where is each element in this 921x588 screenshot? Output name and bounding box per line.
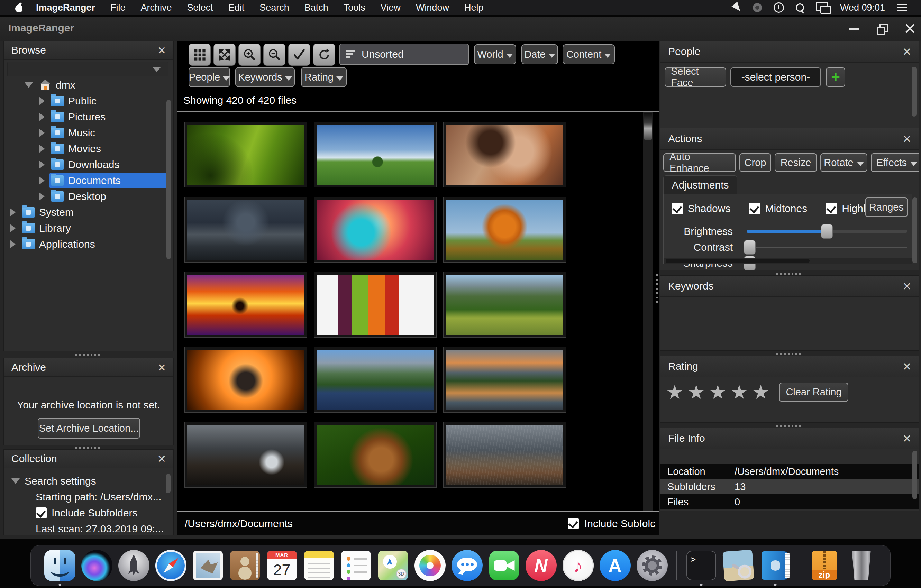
- people-scrollbar[interactable]: [912, 67, 916, 117]
- collection-item[interactable]: Starting path: /Users/dmx...: [36, 489, 165, 505]
- grid-scrollbar[interactable]: [643, 112, 653, 511]
- rating-panel-header[interactable]: Rating ×: [661, 356, 919, 377]
- close-button[interactable]: [904, 23, 916, 35]
- file-info-panel-header[interactable]: File Info ×: [661, 428, 919, 449]
- power-icon[interactable]: [774, 2, 784, 13]
- thumbnail-surfer-fiery-sunset[interactable]: [184, 272, 307, 338]
- dock-icon-itunes[interactable]: ♪: [562, 549, 594, 582]
- shadows-checkbox[interactable]: [672, 203, 683, 214]
- ranges-button[interactable]: Ranges: [865, 198, 908, 217]
- thumbnail-tank-in-hangar[interactable]: [184, 422, 307, 488]
- tree-row-pictures[interactable]: Pictures: [4, 109, 166, 125]
- menu-item-tools[interactable]: Tools: [343, 2, 365, 13]
- dock-icon-photos[interactable]: [414, 549, 446, 582]
- filter-people-dropdown[interactable]: People: [189, 67, 230, 87]
- menu-app-name[interactable]: ImageRanger: [36, 2, 95, 13]
- dock-icon-trash[interactable]: [845, 549, 878, 582]
- splitter-handle[interactable]: [656, 274, 658, 306]
- thumbnail-mountain-lake-forest[interactable]: [314, 347, 437, 413]
- splitter-handle[interactable]: [75, 354, 102, 356]
- dock-icon-contacts[interactable]: [229, 549, 261, 582]
- select-person-dropdown[interactable]: -select person-: [731, 67, 821, 87]
- slider-handle[interactable]: [821, 224, 833, 239]
- collapsed-triangle-icon[interactable]: [10, 208, 16, 216]
- creative-cloud-icon[interactable]: [753, 3, 762, 12]
- menu-item-file[interactable]: File: [111, 2, 125, 13]
- menu-item-window[interactable]: Window: [416, 2, 449, 13]
- include-subfolders-checkbox[interactable]: [568, 518, 579, 529]
- star-icon[interactable]: ★: [752, 381, 770, 403]
- rotate-button[interactable]: Rotate: [820, 153, 867, 172]
- dock-icon-zip-file[interactable]: zip: [808, 549, 841, 582]
- thumbnail-vegetable-juices[interactable]: [314, 272, 437, 338]
- resize-button[interactable]: Resize: [775, 153, 817, 172]
- menu-item-view[interactable]: View: [381, 2, 401, 13]
- thumbnail-elephant-in-rain[interactable]: [443, 422, 566, 488]
- dock-icon-app-store[interactable]: A: [599, 549, 631, 582]
- browse-panel-header[interactable]: Browse ×: [4, 41, 173, 60]
- filter-keywords-dropdown[interactable]: Keywords: [235, 67, 295, 87]
- dock-icon-facetime[interactable]: [488, 549, 520, 582]
- star-icon[interactable]: ★: [687, 381, 705, 403]
- thumbnail-orange-motorcycle[interactable]: [184, 347, 307, 413]
- thumbnail-girl-autumn-portrait[interactable]: [443, 122, 566, 187]
- brightness-slider[interactable]: [747, 230, 907, 233]
- collection-item[interactable]: Last scan: 27.03.2019 09:...: [36, 521, 165, 535]
- tree-row-public[interactable]: Public: [4, 93, 166, 109]
- apple-menu-icon[interactable]: [15, 2, 24, 13]
- menu-item-search[interactable]: Search: [259, 2, 289, 13]
- dock-icon-notes[interactable]: [303, 549, 335, 582]
- tree-row-music[interactable]: Music: [4, 125, 166, 141]
- grid-view-icon[interactable]: [189, 44, 211, 66]
- tree-row-system[interactable]: System: [4, 205, 166, 220]
- archive-close-icon[interactable]: ×: [158, 361, 166, 374]
- collapsed-triangle-icon[interactable]: [39, 97, 45, 105]
- dock-icon-finder[interactable]: [44, 549, 76, 582]
- expanded-triangle-icon[interactable]: [24, 82, 33, 88]
- splitter-handle[interactable]: [776, 425, 803, 427]
- auto-enhance-button[interactable]: Auto Enhance: [663, 153, 736, 172]
- dock-icon-news[interactable]: N: [525, 549, 557, 582]
- collapsed-triangle-icon[interactable]: [39, 176, 45, 185]
- dock-icon-imageranger[interactable]: [759, 549, 792, 582]
- actions-hscrollbar-thumb[interactable]: [666, 259, 810, 263]
- select-check-icon[interactable]: [288, 44, 310, 66]
- keywords-panel-header[interactable]: Keywords ×: [661, 276, 919, 297]
- actions-panel-header[interactable]: Actions ×: [661, 128, 919, 150]
- tree-row-applications[interactable]: Applications: [4, 236, 166, 252]
- menu-item-help[interactable]: Help: [464, 2, 484, 13]
- thumbnail-dog-under-leaves[interactable]: [314, 422, 437, 488]
- thumbnail-castle-rainy-night[interactable]: [184, 197, 307, 263]
- thumbnail-sunset-lake-reflection[interactable]: [443, 347, 566, 413]
- thumbnail-fantasy-character[interactable]: [314, 197, 437, 263]
- collapsed-triangle-icon[interactable]: [39, 113, 45, 121]
- select-face-button[interactable]: Select Face: [665, 67, 726, 87]
- actions-hscrollbar[interactable]: [664, 258, 912, 263]
- contrast-slider[interactable]: [747, 247, 907, 248]
- sort-dropdown[interactable]: Unsorted: [339, 44, 469, 65]
- include-subfolders-checkbox[interactable]: [36, 507, 47, 518]
- keywords-close-icon[interactable]: ×: [903, 279, 911, 293]
- dock-icon-messages[interactable]: [451, 549, 483, 582]
- collapsed-triangle-icon[interactable]: [10, 240, 16, 249]
- menu-item-archive[interactable]: Archive: [141, 2, 172, 13]
- menu-item-batch[interactable]: Batch: [304, 2, 328, 13]
- splitter-handle[interactable]: [776, 353, 803, 355]
- menubar-clock[interactable]: Wed 09:01: [840, 2, 885, 13]
- spotlight-search-icon[interactable]: [796, 3, 804, 12]
- collapsed-triangle-icon[interactable]: [10, 224, 16, 232]
- refresh-icon[interactable]: [313, 44, 335, 66]
- set-archive-location-button[interactable]: Set Archive Location...: [38, 418, 140, 439]
- dock-icon-mail[interactable]: [192, 549, 224, 582]
- browse-scrollbar[interactable]: [166, 100, 171, 259]
- dock-icon-preview[interactable]: [722, 549, 755, 582]
- browse-close-icon[interactable]: ×: [158, 43, 166, 57]
- menu-item-select[interactable]: Select: [187, 2, 213, 13]
- dock-icon-safari[interactable]: [155, 549, 187, 582]
- restore-button[interactable]: [876, 23, 888, 35]
- collapsed-triangle-icon[interactable]: [39, 145, 45, 153]
- filter-world-dropdown[interactable]: World: [474, 44, 516, 64]
- archive-panel-header[interactable]: Archive ×: [4, 358, 173, 377]
- actions-scrollbar[interactable]: [912, 198, 917, 263]
- tree-row-library[interactable]: Library: [4, 220, 166, 236]
